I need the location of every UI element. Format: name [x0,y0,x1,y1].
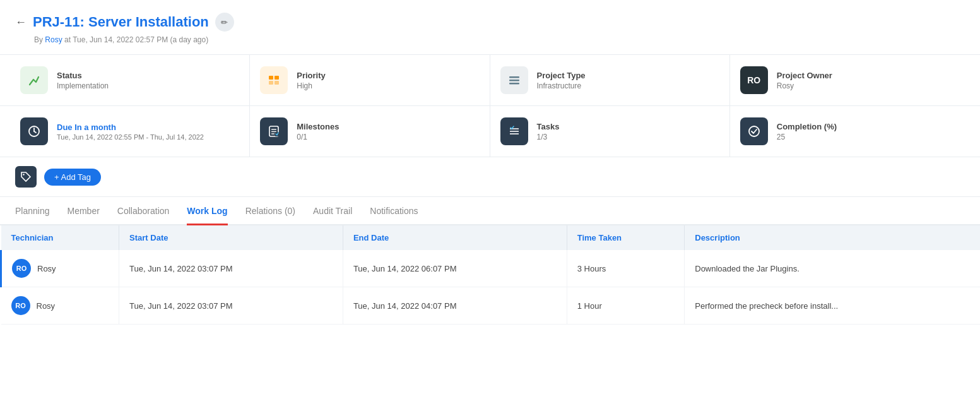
project-owner-info: Project Owner Rosy [777,71,832,90]
tags-row: + Add Tag [0,157,980,197]
svg-point-18 [749,126,759,136]
worklog-section: Technician Start Date End Date Time Take… [0,225,980,325]
tab-planning[interactable]: Planning [15,197,50,225]
svg-rect-2 [269,81,273,85]
completion-value: 25 [777,133,837,141]
tasks-value: 1/3 [537,133,560,141]
project-type-card[interactable]: Project Type Infrastructure [490,55,730,105]
tasks-card[interactable]: Tasks 1/3 [490,106,730,157]
add-tag-button[interactable]: + Add Tag [44,169,101,186]
tab-member[interactable]: Member [68,197,100,225]
table-header-row: Technician Start Date End Date Time Take… [1,225,981,250]
svg-rect-5 [509,80,519,81]
page-title: PRJ-11: Server Installation [33,14,209,30]
tasks-label: Tasks [537,122,560,131]
tab-relations[interactable]: Relations (0) [245,197,295,225]
tab-notifications[interactable]: Notifications [370,197,418,225]
status-card[interactable]: Status Implementation [10,55,250,105]
svg-point-19 [23,174,24,175]
svg-rect-0 [269,76,273,80]
avatar: RO [12,259,31,278]
col-time-taken: Time Taken [567,225,685,250]
tab-audit-trail[interactable]: Audit Trail [313,197,352,225]
priority-icon [260,66,288,94]
timestamp: at Tue, Jun 14, 2022 02:57 PM (a day ago… [64,35,208,44]
header-section: ← PRJ-11: Server Installation ✏ By Rosy … [0,0,980,55]
svg-rect-1 [275,76,279,80]
due-date-label: Due In a month [57,122,204,132]
svg-rect-3 [275,81,279,85]
priority-value: High [297,81,326,90]
cell-technician: RO Rosy [1,250,119,287]
priority-label: Priority [297,71,326,80]
project-type-value: Infrastructure [537,81,586,90]
priority-info: Priority High [297,71,326,90]
cell-start-date: Tue, Jun 14, 2022 03:07 PM [119,250,343,287]
completion-icon [740,117,768,145]
project-owner-value: Rosy [777,81,832,90]
cell-end-date: Tue, Jun 14, 2022 04:07 PM [343,287,567,325]
status-icon [20,66,48,94]
project-owner-label: Project Owner [777,71,832,80]
col-end-date: End Date [343,225,567,250]
due-date-icon [20,117,48,145]
info-row-1: Status Implementation Priority High [0,55,980,106]
tag-icon-button[interactable] [15,166,37,188]
technician-name: Rosy [37,264,56,273]
col-start-date: Start Date [119,225,343,250]
status-label: Status [57,71,109,80]
svg-line-9 [34,131,36,133]
table-row: RO Rosy Tue, Jun 14, 2022 03:07 PM Tue, … [1,250,981,287]
cell-time-taken: 3 Hours [567,250,685,287]
completion-label: Completion (%) [777,122,837,131]
cell-description: Downloaded the Jar Plugins. [685,250,980,287]
page-container: ← PRJ-11: Server Installation ✏ By Rosy … [0,0,980,406]
milestones-card[interactable]: Milestones 0/1 [250,106,490,157]
milestones-value: 0/1 [297,133,339,141]
svg-rect-6 [509,83,519,85]
tasks-icon [500,117,528,145]
worklog-table: Technician Start Date End Date Time Take… [0,225,980,325]
due-date-card[interactable]: Due In a month Tue, Jun 14, 2022 02:55 P… [10,106,250,157]
avatar: RO [11,296,30,315]
col-description: Description [685,225,980,250]
status-info: Status Implementation [57,71,109,90]
svg-rect-4 [509,76,519,78]
author-link[interactable]: Rosy [45,35,62,44]
completion-card[interactable]: Completion (%) 25 [730,106,970,157]
milestones-label: Milestones [297,122,339,131]
tasks-info: Tasks 1/3 [537,122,560,141]
milestones-icon [260,117,288,145]
edit-button[interactable]: ✏ [215,13,234,32]
due-date-value: Tue, Jun 14, 2022 02:55 PM - Thu, Jul 14… [57,133,204,141]
table-row: RO Rosy Tue, Jun 14, 2022 03:07 PM Tue, … [1,287,981,325]
cell-technician: RO Rosy [1,287,119,325]
project-owner-icon: RO [740,66,768,94]
status-value: Implementation [57,81,109,90]
cell-end-date: Tue, Jun 14, 2022 06:07 PM [343,250,567,287]
cell-time-taken: 1 Hour [567,287,685,325]
col-technician: Technician [1,225,119,250]
back-arrow-icon[interactable]: ← [15,16,27,29]
project-type-icon [500,66,528,94]
project-type-info: Project Type Infrastructure [537,71,586,90]
info-row-2: Due In a month Tue, Jun 14, 2022 02:55 P… [0,106,980,157]
priority-card[interactable]: Priority High [250,55,490,105]
cell-description: Performed the precheck before install... [685,287,980,325]
subtitle: By Rosy at Tue, Jun 14, 2022 02:57 PM (a… [34,35,965,44]
tab-collaboration[interactable]: Collaboration [117,197,170,225]
technician-name: Rosy [37,301,56,311]
completion-info: Completion (%) 25 [777,122,837,141]
cell-start-date: Tue, Jun 14, 2022 03:07 PM [119,287,343,325]
due-date-info: Due In a month Tue, Jun 14, 2022 02:55 P… [57,122,204,141]
milestones-info: Milestones 0/1 [297,122,339,141]
title-row: ← PRJ-11: Server Installation ✏ [15,13,965,32]
tabs-row: Planning Member Collaboration Work Log R… [0,197,980,225]
project-type-label: Project Type [537,71,586,80]
tab-worklog[interactable]: Work Log [187,197,227,225]
project-owner-card[interactable]: RO Project Owner Rosy [730,55,970,105]
